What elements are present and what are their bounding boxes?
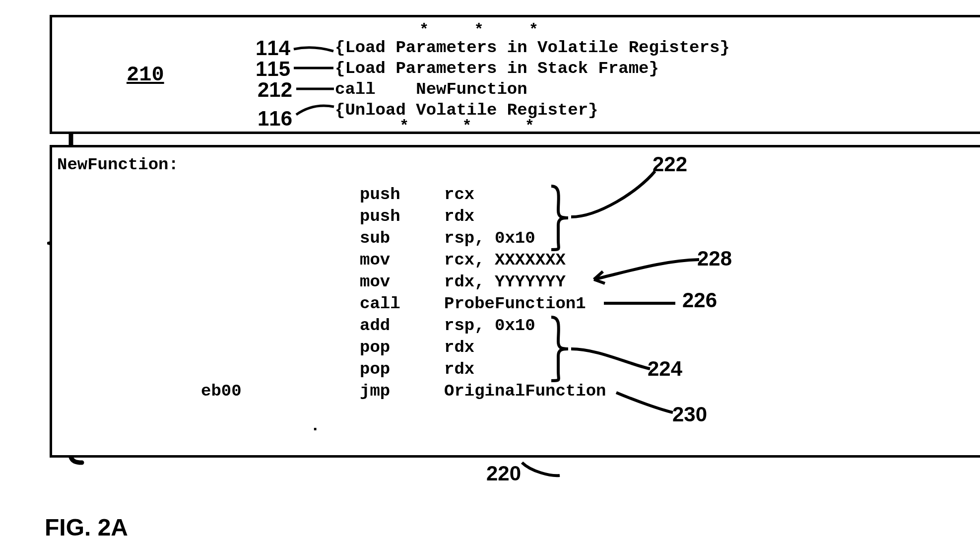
stars-bottom: * * * <box>399 117 556 136</box>
leader-226 <box>603 296 677 311</box>
box-label-210: 210 <box>127 62 164 88</box>
ref-226: 226 <box>682 287 717 314</box>
line-114: {Load Parameters in Volatile Registers} <box>335 37 730 59</box>
ref-224: 224 <box>648 356 682 382</box>
instr-6-args: rsp, 0x10 <box>444 315 535 337</box>
leader-114 <box>293 42 335 57</box>
newfunction-label: NewFunction: <box>57 154 179 176</box>
leader-224 <box>568 344 653 374</box>
instr-9-op: jmp <box>360 381 390 402</box>
line-212: call NewFunction <box>335 79 527 100</box>
figure-2a: 210 * * * 114 {Load Parameters in Volati… <box>50 15 980 458</box>
ref-220: 220 <box>486 462 521 485</box>
ref-230: 230 <box>672 402 707 428</box>
leader-230 <box>615 391 675 415</box>
line-115: {Load Parameters in Stack Frame} <box>335 58 659 79</box>
instr-2-args: rsp, 0x10 <box>444 228 535 249</box>
instr-1-args: rdx <box>444 206 474 227</box>
instr-7-args: rdx <box>444 337 474 358</box>
leader-212 <box>295 84 335 94</box>
leader-222 <box>568 167 657 222</box>
instr-1-op: push <box>360 206 400 227</box>
caller-code-box: 210 * * * 114 {Load Parameters in Volati… <box>50 15 980 134</box>
leader-115 <box>293 63 335 73</box>
ref-116: 116 <box>258 106 292 132</box>
instr-2-op: sub <box>360 228 390 249</box>
instr-0-op: push <box>360 184 400 205</box>
ref-228: 228 <box>697 246 732 272</box>
dot: . <box>310 415 320 437</box>
brace-224 <box>548 314 578 384</box>
leader-220 <box>521 462 561 481</box>
brace-222 <box>548 183 578 253</box>
figure-label: FIG. 2A <box>45 514 128 541</box>
instr-9-args: OriginalFunction <box>444 381 606 402</box>
instr-5-op: call <box>360 293 400 315</box>
instr-3-args: rcx, XXXXXXX <box>444 250 566 271</box>
instr-4-args: rdx, YYYYYYY <box>444 271 566 293</box>
instr-3-op: mov <box>360 250 390 271</box>
instr-5-args: ProbeFunction1 <box>444 293 586 315</box>
instr-0-args: rcx <box>444 184 474 205</box>
instr-7-op: pop <box>360 337 390 358</box>
leader-228 <box>588 257 702 286</box>
eb00: eb00 <box>201 381 242 402</box>
instr-4-op: mov <box>360 271 390 293</box>
leader-116 <box>295 102 335 118</box>
instr-8-args: rdx <box>444 359 474 380</box>
instr-6-op: add <box>360 315 390 337</box>
ref-212: 212 <box>258 77 292 103</box>
ref-222: 222 <box>653 151 687 178</box>
newfunction-code-box: NewFunction: push rcx push rdx sub rsp, … <box>50 145 980 458</box>
instr-8-op: pop <box>360 359 390 380</box>
